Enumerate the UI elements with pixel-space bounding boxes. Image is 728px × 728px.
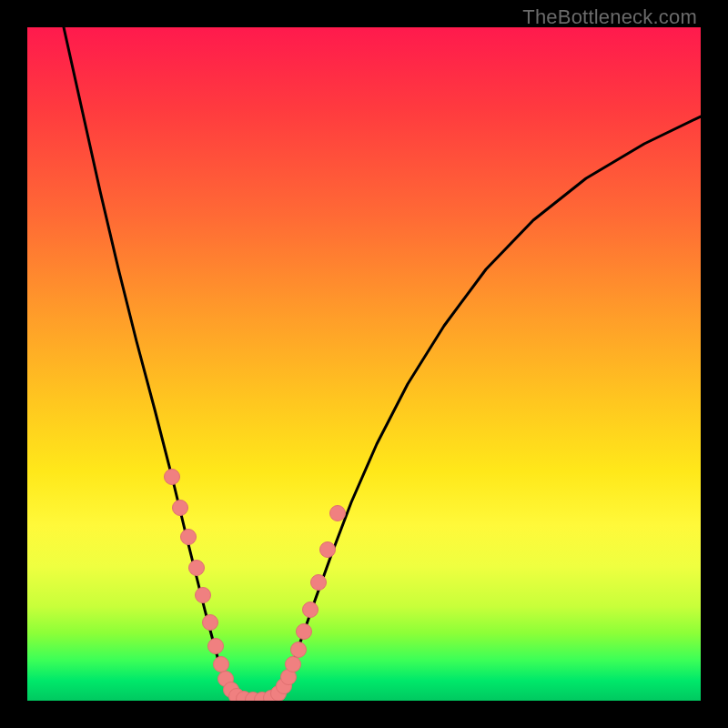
marker-dot [291,642,307,658]
marker-dots [165,470,346,702]
chart-frame: TheBottleneck.com [0,0,728,728]
marker-dot [189,561,205,576]
marker-dot [214,657,229,672]
marker-dot [297,624,312,640]
bottleneck-curve [64,27,701,700]
marker-dot [165,470,180,485]
plot-area [27,27,701,701]
marker-dot [173,500,188,516]
marker-dot [330,506,346,521]
marker-dot [208,639,224,654]
marker-dot [196,588,211,603]
marker-dot [311,575,327,591]
marker-dot [203,615,218,631]
marker-dot [286,657,301,672]
curve-layer [27,27,701,701]
marker-dot [181,530,197,545]
marker-dot [320,542,336,558]
watermark-text: TheBottleneck.com [522,5,697,29]
marker-dot [303,602,318,618]
